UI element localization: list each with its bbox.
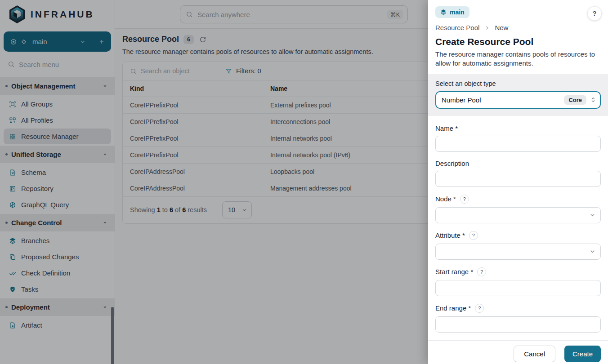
breadcrumb: Resource Pool New bbox=[435, 24, 601, 31]
chevron-right-icon bbox=[484, 25, 490, 31]
description-input[interactable] bbox=[435, 171, 601, 187]
drawer-footer: Cancel Create bbox=[428, 340, 608, 364]
core-badge: Core bbox=[564, 95, 586, 105]
field-label: Description bbox=[435, 160, 469, 167]
help-button[interactable]: ? bbox=[587, 6, 602, 21]
help-tooltip-icon[interactable]: ? bbox=[469, 231, 478, 240]
drawer-title: Create Resource Pool bbox=[435, 36, 601, 47]
breadcrumb-current: New bbox=[495, 24, 508, 31]
chevron-down-icon bbox=[589, 212, 596, 218]
field-end-range: End range * ? bbox=[435, 304, 601, 333]
field-label: End range * bbox=[435, 304, 471, 312]
chevron-down-icon bbox=[589, 248, 596, 255]
object-type-combobox[interactable]: Number Pool Core bbox=[435, 91, 601, 109]
start-range-input[interactable] bbox=[435, 280, 601, 296]
branch-layers-icon bbox=[440, 9, 447, 15]
field-name: Name * bbox=[435, 124, 601, 152]
node-select[interactable] bbox=[435, 207, 601, 223]
field-label: Attribute * bbox=[435, 231, 465, 239]
object-type-label: Select an object type bbox=[435, 80, 601, 87]
object-type-value: Number Pool bbox=[442, 96, 481, 104]
object-type-section: Select an object type Number Pool Core bbox=[428, 74, 608, 116]
breadcrumb-parent[interactable]: Resource Pool bbox=[435, 24, 479, 31]
updown-chevrons-icon bbox=[590, 97, 596, 103]
create-resource-pool-drawer: main ? Resource Pool New Create Resource… bbox=[428, 0, 608, 364]
help-tooltip-icon[interactable]: ? bbox=[475, 304, 484, 313]
name-input[interactable] bbox=[435, 136, 601, 152]
branch-badge[interactable]: main bbox=[435, 6, 469, 18]
help-tooltip-icon[interactable]: ? bbox=[477, 267, 486, 276]
field-label: Node * bbox=[435, 195, 456, 203]
field-label: Name * bbox=[435, 124, 458, 132]
attribute-select[interactable] bbox=[435, 244, 601, 260]
drawer-description: The resource manager contains pools of r… bbox=[435, 50, 601, 68]
field-start-range: Start range * ? bbox=[435, 267, 601, 296]
field-node: Node * ? bbox=[435, 195, 601, 223]
create-form: Name * Description Node * ? Attribute * … bbox=[428, 116, 608, 340]
modal-backdrop[interactable] bbox=[0, 0, 428, 364]
branch-badge-label: main bbox=[450, 9, 465, 16]
help-tooltip-icon[interactable]: ? bbox=[460, 195, 469, 204]
create-button[interactable]: Create bbox=[564, 346, 601, 362]
drawer-header: main ? Resource Pool New Create Resource… bbox=[428, 0, 608, 68]
cancel-button[interactable]: Cancel bbox=[514, 346, 555, 362]
field-attribute: Attribute * ? bbox=[435, 231, 601, 260]
field-label: Start range * bbox=[435, 268, 473, 275]
end-range-input[interactable] bbox=[435, 316, 601, 333]
field-description: Description bbox=[435, 160, 601, 187]
